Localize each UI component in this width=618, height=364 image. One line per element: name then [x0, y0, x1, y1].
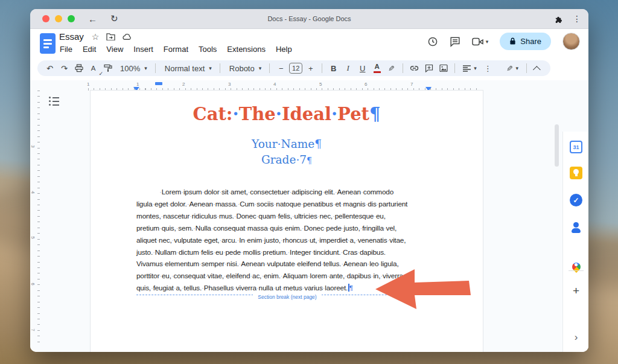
menu-bar: File Edit View Insert Format Tools Exten…	[60, 45, 292, 54]
chevron-down-icon: ▾	[259, 65, 262, 71]
docs-header: Essay ☆ File Edit View Insert Format Too…	[30, 29, 588, 60]
version-history-icon[interactable]	[427, 36, 438, 47]
menu-extensions[interactable]: Extensions	[227, 45, 266, 54]
align-select[interactable]: ▾	[460, 62, 480, 75]
sidebar-divider	[569, 270, 584, 271]
google-calendar-icon[interactable]: 31	[570, 141, 582, 153]
insert-link-button[interactable]	[408, 62, 421, 75]
paint-format-button[interactable]	[101, 62, 114, 75]
section-break: Section break (next page)	[136, 295, 438, 306]
more-options-button[interactable]: ⋮	[482, 62, 494, 75]
vertical-scrollbar[interactable]	[555, 124, 559, 167]
first-line-indent-marker[interactable]	[155, 82, 162, 85]
cloud-saved-icon[interactable]	[123, 33, 132, 40]
chevron-down-icon: ▾	[144, 65, 147, 71]
browser-tab-title: Docs - Essay - Google Docs	[30, 15, 588, 22]
move-to-folder-icon[interactable]	[106, 33, 115, 40]
chevron-down-icon: ▾	[209, 65, 212, 71]
text-color-button[interactable]: A	[371, 62, 383, 75]
essay-body[interactable]: ·Lorem·ipsum·dolor·sit·amet,·consectetue…	[136, 187, 407, 295]
account-avatar[interactable]	[562, 33, 580, 50]
pilcrow-mark: ¶	[369, 104, 380, 124]
browser-window: ← ↻ Docs - Essay - Google Docs ⋮ Essay ☆	[30, 9, 588, 352]
join-call-control[interactable]: ▾	[472, 37, 489, 46]
menu-help[interactable]: Help	[276, 45, 292, 54]
essay-grade[interactable]: Grade·7¶	[91, 153, 483, 166]
zoom-select[interactable]: 100% ▾	[116, 62, 150, 75]
hide-menus-button[interactable]	[532, 62, 544, 75]
highlight-color-button[interactable]: ✎	[385, 62, 398, 75]
pilcrow-mark: ¶	[349, 284, 353, 292]
pilcrow-mark: ¶	[314, 138, 322, 150]
browser-menu-kebab-icon[interactable]: ⋮	[573, 14, 581, 24]
google-contacts-icon[interactable]	[570, 221, 582, 234]
editor-workspace: 1 1 2 3 4 5 6 7 3 4 5 6 7 Cat:·The·Ideal…	[30, 80, 588, 352]
hide-side-panel-button[interactable]: ›	[570, 331, 582, 343]
underline-button[interactable]: U	[356, 62, 369, 75]
horizontal-ruler[interactable]: 1 1 2 3 4 5 6 7	[40, 81, 562, 91]
star-document-icon[interactable]: ☆	[92, 33, 100, 41]
redo-button[interactable]: ↷	[58, 62, 71, 75]
italic-button[interactable]: I	[342, 62, 354, 75]
print-button[interactable]	[72, 62, 85, 75]
desktop-background: { "browser": { "tab_title": "Docs - Essa…	[0, 0, 618, 364]
companion-sidebar: 31 ✓ + ›	[562, 132, 588, 352]
get-add-ons-button[interactable]: +	[570, 284, 582, 297]
vertical-ruler[interactable]: 3 4 5 6 7	[30, 91, 40, 352]
undo-button[interactable]: ↶	[43, 62, 56, 75]
document-outline-icon[interactable]	[49, 97, 59, 106]
google-docs-icon[interactable]	[40, 33, 56, 54]
menu-file[interactable]: File	[60, 45, 72, 54]
bold-button[interactable]: B	[327, 62, 340, 75]
menu-format[interactable]: Format	[164, 45, 188, 54]
document-title-field[interactable]: Essay	[59, 31, 84, 42]
font-family-select[interactable]: Roboto ▾	[225, 62, 264, 75]
google-tasks-icon[interactable]: ✓	[570, 194, 582, 206]
menu-edit[interactable]: Edit	[83, 45, 96, 54]
extensions-puzzle-icon[interactable]	[554, 14, 563, 24]
chevron-down-icon: ▾	[474, 65, 477, 71]
ruler-ticks	[37, 91, 40, 346]
menu-view[interactable]: View	[106, 45, 123, 54]
document-page[interactable]: Cat:·The·Ideal·Pet¶ Your·Name¶ Grade·7¶ …	[91, 91, 483, 352]
menu-insert[interactable]: Insert	[133, 45, 153, 54]
formatting-toolbar: ↶ ↷ A✓ 100% ▾ Normal text ▾ Roboto ▾	[37, 60, 550, 76]
toolbar-area: ↶ ↷ A✓ 100% ▾ Normal text ▾ Roboto ▾	[30, 60, 588, 80]
chevron-down-icon: ▾	[515, 65, 518, 71]
comments-icon[interactable]	[450, 36, 460, 47]
pen-icon: ✎	[506, 64, 513, 73]
menu-tools[interactable]: Tools	[199, 45, 217, 54]
share-button[interactable]: Share	[500, 33, 551, 50]
decrease-font-size-button[interactable]: −	[275, 62, 287, 75]
pilcrow-mark: ¶	[307, 156, 312, 165]
insert-image-button[interactable]	[437, 62, 450, 75]
add-comment-button[interactable]	[422, 62, 435, 75]
editing-mode-select[interactable]: ✎ ▾	[503, 62, 521, 75]
browser-toolbar: ← ↻ Docs - Essay - Google Docs ⋮	[30, 9, 588, 29]
increase-font-size-button[interactable]: +	[304, 62, 317, 75]
spell-check-button[interactable]: A✓	[87, 62, 100, 75]
google-keep-icon[interactable]	[570, 167, 582, 179]
essay-author[interactable]: Your·Name¶	[91, 138, 483, 150]
paragraph-style-select[interactable]: Normal text ▾	[161, 62, 215, 75]
font-size-input[interactable]: 12	[289, 63, 302, 74]
chevron-down-icon[interactable]: ▾	[486, 39, 489, 45]
essay-title[interactable]: Cat:·The·Ideal·Pet¶	[91, 104, 483, 124]
